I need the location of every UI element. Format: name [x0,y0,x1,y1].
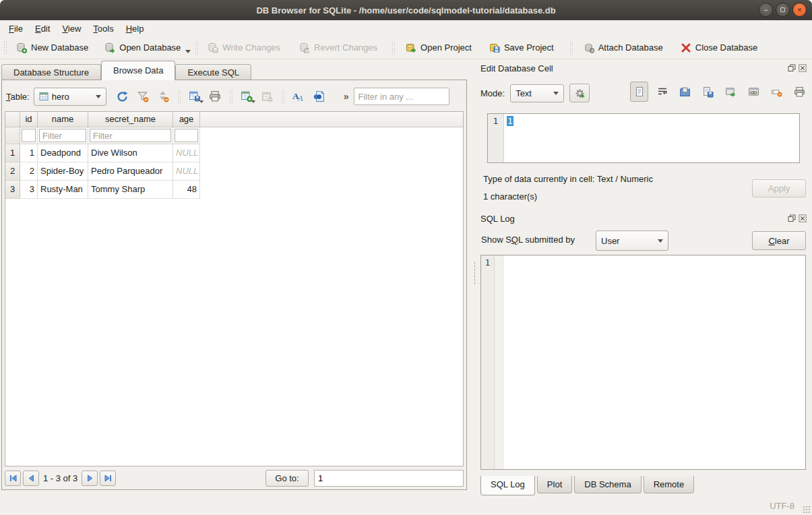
close-dock-icon[interactable] [799,64,807,72]
close-dock-icon[interactable] [799,214,807,222]
open-external-button[interactable] [722,82,740,102]
row-number[interactable]: 2 [5,162,20,181]
sql-source-arrow-icon [658,239,663,245]
first-page-button[interactable] [5,471,21,486]
cell-editor-content[interactable]: 1 [507,116,513,126]
print-table-button[interactable] [206,88,224,105]
tab-execute-sql[interactable]: Execute SQL [175,64,251,80]
float-dock-icon[interactable] [788,214,796,222]
attach-database-button[interactable]: Attach Database [577,39,669,57]
filter-input-age[interactable] [175,129,198,142]
open-database-dropdown-icon[interactable] [185,50,191,56]
menu-view[interactable]: View [56,22,87,35]
column-header-age[interactable]: age [173,112,200,127]
cell-age[interactable]: NULL [173,144,200,162]
save-project-button[interactable]: Save Project [483,39,560,57]
save-table-button[interactable] [185,88,204,105]
resize-grip[interactable] [803,506,811,514]
import-cell-button[interactable] [676,82,694,102]
toolbar-grip[interactable] [3,40,8,55]
print-cell-button[interactable] [790,82,809,102]
filter-input-id[interactable] [22,129,36,142]
table-select-arrow-icon [96,95,101,101]
cell-id[interactable]: 2 [20,162,38,181]
insert-record-dropdown-icon[interactable] [251,100,255,105]
dock-tab-plot[interactable]: Plot [537,476,572,493]
copy-link-button[interactable] [745,82,763,102]
insert-record-button[interactable] [237,88,256,105]
maximize-button[interactable] [776,3,790,17]
column-header-name[interactable]: name [38,112,88,127]
cell-age[interactable]: 48 [173,181,200,199]
column-header-filler [200,112,463,127]
word-wrap-button[interactable] [653,82,671,102]
menu-edit[interactable]: Edit [29,22,56,35]
write-changes-label: Write Changes [222,42,280,53]
vertical-splitter[interactable] [471,262,478,284]
dock-tab-sql-log[interactable]: SQL Log [480,476,535,495]
data-grid: id name secret_name age 1 [5,111,464,466]
export-cell-button[interactable] [699,82,717,102]
cell-secret-name[interactable]: Tommy Sharp [88,181,173,199]
dock-tab-db-schema[interactable]: DB Schema [574,476,641,493]
cell-secret-name[interactable]: Pedro Parqueador [88,162,173,181]
menu-file[interactable]: File [3,22,29,35]
clear-log-button[interactable]: Clear [752,231,806,250]
save-table-dropdown-icon[interactable] [199,100,204,105]
text-mode-button[interactable] [630,82,648,102]
refresh-button[interactable] [113,88,132,105]
mode-select[interactable]: Text [510,84,564,102]
show-sql-label: Show SQL submitted by [481,235,575,245]
sql-log-editor[interactable]: 1 [480,255,806,470]
tab-database-structure[interactable]: Database Structure [1,64,101,80]
minimize-button[interactable]: − [759,3,773,17]
prev-page-button[interactable] [23,471,39,486]
window-controls: − × [759,3,807,17]
next-page-button[interactable] [82,471,98,486]
cell-editor[interactable]: 1 1 [487,113,800,163]
float-dock-icon[interactable] [788,64,796,72]
cell-name[interactable]: Rusty-Man [38,181,88,199]
titlebar[interactable]: DB Browser for SQLite - /home/user/code/… [0,0,812,20]
filter-input-secret-name[interactable] [90,129,171,142]
table-select[interactable]: hero [34,88,106,106]
font-icon: AA [292,90,305,102]
last-page-button[interactable] [100,471,116,486]
menu-tools[interactable]: Tools [87,22,119,35]
open-database-button[interactable]: Open Database [98,39,187,57]
tab-browse-data[interactable]: Browse Data [101,61,175,80]
auto-apply-button[interactable] [569,84,590,102]
close-button[interactable]: × [792,3,807,17]
clear-sorting-button[interactable] [154,88,173,105]
cell-name[interactable]: Deadpond [38,144,88,162]
clear-filters-button[interactable] [133,88,152,105]
column-header-secret-name[interactable]: secret_name [88,112,173,127]
menu-help[interactable]: Help [120,22,150,35]
cell-age[interactable]: NULL [173,162,200,181]
dock-tab-remote[interactable]: Remote [644,476,695,493]
row-number[interactable]: 3 [5,181,20,199]
goto-input[interactable] [314,470,464,487]
word-wrap-icon [657,86,668,97]
sql-source-select[interactable]: User [596,231,668,251]
cell-name[interactable]: Spider-Boy [38,162,88,181]
new-database-button[interactable]: New Database [10,39,94,57]
close-database-button[interactable]: Close Database [675,39,764,57]
goto-button[interactable]: Go to: [266,470,309,487]
column-header-id[interactable]: id [20,112,38,127]
cell-secret-name[interactable]: Dive Wilson [88,144,173,162]
toolbar-separator [569,41,573,55]
edit-cell-toolbar [630,82,809,102]
toolbar-overflow-chevron[interactable]: » [340,91,352,102]
cell-id[interactable]: 3 [20,181,38,199]
row-number[interactable]: 1 [5,144,20,162]
set-null-icon [771,86,782,98]
format-button[interactable]: AA [289,88,308,105]
filter-input-name[interactable] [39,129,86,142]
filter-any-input[interactable] [354,88,449,105]
find-in-table-button[interactable] [309,88,328,105]
cell-id[interactable]: 1 [20,144,38,162]
grid-corner[interactable] [5,112,20,127]
set-null-button[interactable] [768,82,786,102]
open-project-button[interactable]: Open Project [400,39,478,57]
